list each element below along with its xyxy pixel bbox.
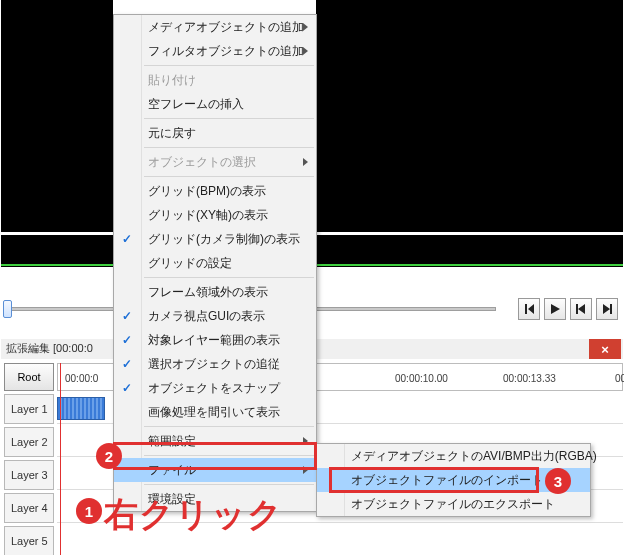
menu-separator	[144, 426, 314, 427]
menu-separator	[144, 484, 314, 485]
go-end-button[interactable]	[596, 298, 618, 320]
menu-separator	[144, 118, 314, 119]
layer-label[interactable]: Layer 2	[4, 427, 54, 457]
go-start-button[interactable]	[570, 298, 592, 320]
menu-separator	[144, 147, 314, 148]
transport-controls	[518, 298, 618, 320]
menu-item-camera-gui[interactable]: カメラ視点GUIの表示	[114, 304, 316, 328]
preview-left	[1, 0, 113, 232]
close-button[interactable]: ×	[589, 339, 621, 359]
menu-item-target-layer[interactable]: 対象レイヤー範囲の表示	[114, 328, 316, 352]
menu-separator	[144, 176, 314, 177]
timeline-title: 拡張編集 [00:00:0	[6, 341, 93, 356]
layer-label[interactable]: Layer 1	[4, 394, 54, 424]
menu-item-follow-selection[interactable]: 選択オブジェクトの追従	[114, 352, 316, 376]
menu-item-snap[interactable]: オブジェクトをスナップ	[114, 376, 316, 400]
ruler-label: 00:00:0	[65, 373, 98, 384]
play-button[interactable]	[544, 298, 566, 320]
seek-slider-knob[interactable]	[3, 300, 12, 318]
menu-item-add-filter[interactable]: フィルタオブジェクトの追加	[114, 39, 316, 63]
menu-separator	[144, 277, 314, 278]
ruler-label: 00:00:16.	[615, 373, 624, 384]
menu-item-insert-empty[interactable]: 空フレームの挿入	[114, 92, 316, 116]
annotation-box-import	[329, 467, 539, 493]
menu-item-paste: 貼り付け	[114, 68, 316, 92]
annotation-badge-1: 1	[76, 498, 102, 524]
submenu-item-export[interactable]: オブジェクトファイルのエクスポート	[317, 492, 590, 516]
context-menu: メディアオブジェクトの追加 フィルタオブジェクトの追加 貼り付け 空フレームの挿…	[113, 14, 317, 512]
root-button[interactable]: Root	[4, 363, 54, 391]
menu-item-outside-frame[interactable]: フレーム領域外の表示	[114, 280, 316, 304]
menu-item-grid-settings[interactable]: グリッドの設定	[114, 251, 316, 275]
playhead[interactable]	[60, 363, 61, 555]
layer-label[interactable]: Layer 3	[4, 460, 54, 490]
annotation-text: 右クリック	[104, 492, 283, 538]
timeline-clip[interactable]	[57, 397, 105, 420]
menu-item-select-object: オブジェクトの選択	[114, 150, 316, 174]
ruler-label: 00:00:13.33	[503, 373, 556, 384]
annotation-box-file	[113, 442, 317, 470]
menu-item-add-media[interactable]: メディアオブジェクトの追加	[114, 15, 316, 39]
preview-right	[316, 0, 623, 232]
menu-separator	[144, 65, 314, 66]
menu-item-grid-xy[interactable]: グリッド(XY軸)の表示	[114, 203, 316, 227]
menu-item-grid-bpm[interactable]: グリッド(BPM)の表示	[114, 179, 316, 203]
menu-item-thin-image[interactable]: 画像処理を間引いて表示	[114, 400, 316, 424]
layer-label[interactable]: Layer 4	[4, 493, 54, 523]
step-back-button[interactable]	[518, 298, 540, 320]
annotation-badge-2: 2	[96, 443, 122, 469]
menu-item-undo[interactable]: 元に戻す	[114, 121, 316, 145]
annotation-badge-3: 3	[545, 468, 571, 494]
submenu-item-avi-bmp[interactable]: メディアオブジェクトのAVI/BMP出力(RGBA)	[317, 444, 590, 468]
layer-label[interactable]: Layer 5	[4, 526, 54, 555]
ruler-label: 00:00:10.00	[395, 373, 448, 384]
menu-item-grid-camera[interactable]: グリッド(カメラ制御)の表示	[114, 227, 316, 251]
